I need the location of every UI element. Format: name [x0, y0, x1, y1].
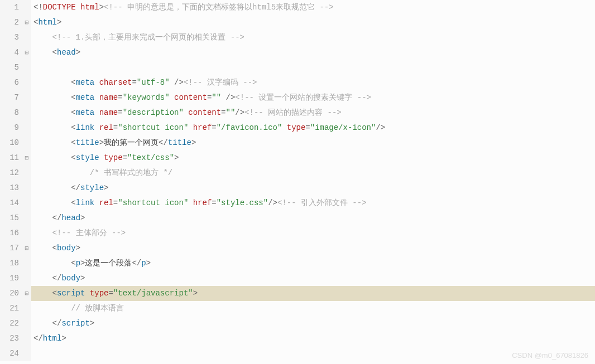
line-number: 15 — [0, 211, 19, 226]
line-number: 9 — [0, 120, 19, 135]
code-line[interactable]: <script type="text/javascript"> — [31, 286, 595, 301]
code-line[interactable]: <!DOCTYPE html><!-- 申明的意思是，下面的文档标签将以html… — [33, 0, 595, 15]
code-line[interactable]: <title>我的第一个网页</title> — [33, 135, 595, 151]
line-number: 11 — [0, 151, 19, 166]
fold-spacer — [22, 60, 31, 75]
fold-toggle-icon[interactable]: ⊟ — [22, 241, 31, 256]
code-line[interactable] — [33, 346, 595, 361]
code-editor[interactable]: 123456789101112131415161718192021222324 … — [0, 0, 595, 361]
fold-spacer — [22, 166, 31, 181]
fold-spacer — [22, 0, 31, 15]
fold-spacer — [22, 346, 31, 361]
fold-spacer — [22, 316, 31, 331]
fold-toggle-icon[interactable]: ⊟ — [22, 45, 31, 60]
fold-spacer — [22, 105, 31, 120]
code-line[interactable]: </style> — [33, 181, 595, 196]
line-number: 23 — [0, 331, 19, 346]
line-number: 21 — [0, 301, 19, 316]
line-number: 20 — [0, 286, 19, 301]
code-line[interactable]: </script> — [33, 316, 595, 331]
fold-toggle-icon[interactable]: ⊟ — [22, 15, 31, 30]
line-number: 12 — [0, 166, 19, 181]
line-number: 18 — [0, 256, 19, 271]
line-number: 4 — [0, 45, 19, 60]
line-number: 7 — [0, 90, 19, 105]
code-line[interactable]: </body> — [33, 271, 595, 286]
fold-spacer — [22, 301, 31, 316]
fold-gutter[interactable]: ⊟⊟⊟⊟⊟ — [22, 0, 31, 361]
fold-spacer — [22, 90, 31, 105]
fold-spacer — [22, 181, 31, 196]
fold-spacer — [22, 271, 31, 286]
fold-spacer — [22, 256, 31, 271]
code-line[interactable]: <link rel="shortcut icon" href="/favicon… — [33, 120, 595, 135]
fold-spacer — [22, 196, 31, 211]
fold-toggle-icon[interactable]: ⊟ — [22, 286, 31, 301]
code-line[interactable]: <head> — [33, 45, 595, 60]
code-line[interactable]: <meta name="keywords" content="" /><!-- … — [33, 90, 595, 105]
code-line[interactable]: <meta charset="utf-8" /><!-- 汉字编码 --> — [33, 75, 595, 90]
watermark: CSDN @m0_67081826 — [512, 351, 588, 360]
fold-spacer — [22, 135, 31, 151]
fold-spacer — [22, 30, 31, 45]
line-number: 5 — [0, 60, 19, 75]
fold-toggle-icon[interactable]: ⊟ — [22, 151, 31, 166]
line-number: 2 — [0, 15, 19, 30]
code-line[interactable]: <body> — [33, 241, 595, 256]
fold-spacer — [22, 75, 31, 90]
line-number: 19 — [0, 271, 19, 286]
code-line[interactable]: <link rel="shortcut icon" href="style.cs… — [33, 196, 595, 211]
fold-spacer — [22, 211, 31, 226]
line-number: 10 — [0, 135, 19, 151]
code-line[interactable] — [33, 60, 595, 75]
line-number: 14 — [0, 196, 19, 211]
code-line[interactable]: // 放脚本语言 — [33, 301, 595, 316]
fold-spacer — [22, 120, 31, 135]
line-number: 16 — [0, 226, 19, 241]
line-number: 6 — [0, 75, 19, 90]
code-line[interactable]: <html> — [33, 15, 595, 30]
line-number: 17 — [0, 241, 19, 256]
code-line[interactable]: </html> — [33, 331, 595, 346]
line-number: 24 — [0, 346, 19, 361]
code-line[interactable]: <!-- 主体部分 --> — [33, 226, 595, 241]
code-line[interactable]: </head> — [33, 211, 595, 226]
code-line[interactable]: <style type="text/css"> — [33, 151, 595, 166]
line-number-gutter: 123456789101112131415161718192021222324 — [0, 0, 22, 361]
code-line[interactable]: <p>这是一个段落</p> — [33, 256, 595, 271]
code-area[interactable]: <!DOCTYPE html><!-- 申明的意思是，下面的文档标签将以html… — [31, 0, 595, 361]
line-number: 8 — [0, 105, 19, 120]
code-line[interactable]: <meta name="description" content=""/><!-… — [33, 105, 595, 120]
line-number: 22 — [0, 316, 19, 331]
line-number: 3 — [0, 30, 19, 45]
code-line[interactable]: <!-- 1.头部，主要用来完成一个网页的相关设置 --> — [33, 30, 595, 45]
fold-spacer — [22, 226, 31, 241]
code-line[interactable]: /* 书写样式的地方 */ — [33, 166, 595, 181]
line-number: 1 — [0, 0, 19, 15]
line-number: 13 — [0, 181, 19, 196]
fold-spacer — [22, 331, 31, 346]
